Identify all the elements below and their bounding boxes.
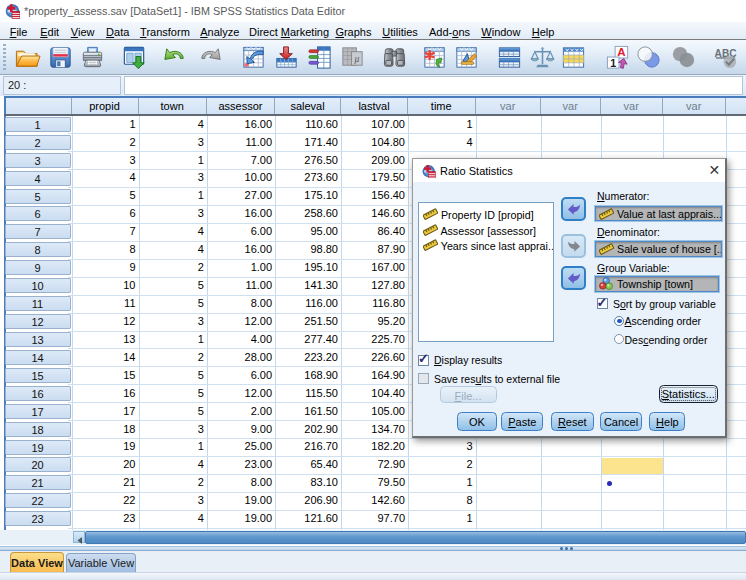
- svg-text:ABC: ABC: [714, 48, 737, 59]
- svg-text:A: A: [617, 46, 626, 58]
- svg-text:μ: μ: [353, 53, 359, 64]
- svg-text:1: 1: [610, 57, 616, 69]
